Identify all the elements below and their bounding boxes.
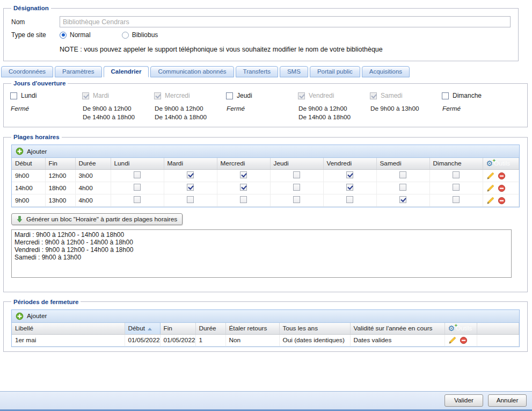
col-libelle[interactable]: Libellé <box>12 323 125 334</box>
cell-fin: 12h00 <box>45 169 75 182</box>
col-mardi[interactable]: Mardi <box>164 158 217 169</box>
delete-icon[interactable] <box>460 336 468 344</box>
day-lundi-checkbox[interactable] <box>10 92 17 99</box>
support-note: NOTE : vous pouvez appeler le support té… <box>60 46 514 53</box>
plages-checkbox-mardi <box>187 196 194 203</box>
plages-checkbox-vendredi <box>346 171 353 178</box>
col-debut-sorted[interactable]: Début <box>125 323 160 334</box>
col-fin[interactable]: Fin <box>45 158 75 169</box>
plages-checkbox-mardi <box>187 171 194 178</box>
tab-bar: Coordonnées Paramètres Calendrier Commun… <box>1 66 532 77</box>
plages-checkbox-lundi <box>134 184 141 191</box>
plages-checkbox-mercredi <box>240 196 247 203</box>
col-outils[interactable]: ⚙+Outils <box>483 158 519 169</box>
tab-parametres[interactable]: Paramètres <box>55 66 101 77</box>
col-lundi[interactable]: Lundi <box>111 158 164 169</box>
tab-transferts[interactable]: Transferts <box>236 66 278 77</box>
col-samedi[interactable]: Samedi <box>376 158 429 169</box>
plages-add-button[interactable]: Ajouter <box>16 147 47 155</box>
tab-communication-abonnes[interactable]: Communication abonnés <box>150 66 234 77</box>
radio-bibliobus[interactable]: Bibliobus <box>122 31 158 39</box>
edit-pencil-icon[interactable] <box>486 197 494 205</box>
radio-normal-icon[interactable] <box>60 32 67 39</box>
tools-gear-icon: ⚙+ <box>486 160 493 168</box>
day-samedi-hours: De 9h00 à 13h00 <box>370 104 442 121</box>
col-debut[interactable]: Début <box>12 158 45 169</box>
col-dimanche[interactable]: Dimanche <box>429 158 483 169</box>
day-dimanche-checkbox[interactable] <box>442 92 449 99</box>
designation-legend: Désignation <box>11 5 51 11</box>
nom-label: Nom <box>11 18 60 26</box>
plages-checkbox-vendredi <box>346 184 353 191</box>
plages-grid: Ajouter Début Fin Durée Lundi Mardi Merc… <box>11 145 520 207</box>
day-vendredi-checkbox <box>298 92 305 99</box>
col-outils[interactable]: ⚙+Outils <box>444 323 477 334</box>
radio-bibliobus-icon[interactable] <box>122 32 129 39</box>
plages-row-2: 14h00 18h00 4h00 <box>12 182 519 194</box>
horaire-block-textarea[interactable]: Mardi : 9h00 à 12h00 - 14h00 à 18h00 Mer… <box>11 229 512 278</box>
plages-add-label: Ajouter <box>27 148 47 155</box>
periodes-toolbar: Ajouter <box>12 310 519 323</box>
edit-pencil-icon[interactable] <box>448 336 456 344</box>
plages-horaires-fieldset: Plages horaires Ajouter Début Fin Durée … <box>3 134 528 292</box>
day-lundi-label: Lundi <box>21 92 37 99</box>
edit-pencil-icon[interactable] <box>486 172 494 180</box>
col-duree[interactable]: Durée <box>75 158 111 169</box>
add-icon <box>16 147 24 155</box>
delete-icon[interactable] <box>498 197 506 205</box>
edit-pencil-icon[interactable] <box>486 184 494 192</box>
col-fin[interactable]: Fin <box>160 323 195 334</box>
tab-portail-public[interactable]: Portail public <box>310 66 360 77</box>
periodes-header-row: Libellé Début Fin Durée Étaler retours T… <box>12 323 519 334</box>
col-mercredi[interactable]: Mercredi <box>217 158 270 169</box>
plages-checkbox-jeudi <box>293 184 300 191</box>
col-vendredi[interactable]: Vendredi <box>323 158 376 169</box>
periodes-add-button[interactable]: Ajouter <box>16 312 47 320</box>
periodes-grid: Ajouter Libellé Début Fin Durée Étaler r… <box>11 309 520 347</box>
plages-checkbox-samedi <box>399 184 406 191</box>
day-lundi: Lundi Fermé <box>10 92 82 121</box>
col-validite[interactable]: Validité sur l'année en cours <box>350 323 444 334</box>
nom-input <box>60 16 511 27</box>
day-dimanche-label: Dimanche <box>453 92 482 99</box>
days-row: Lundi Fermé Mardi De 9h00 à 12h00De 14h0… <box>10 92 523 121</box>
plages-header-row: Début Fin Durée Lundi Mardi Mercredi Jeu… <box>12 158 519 169</box>
tools-gear-icon: ⚙+ <box>448 325 455 333</box>
day-mercredi-hours: De 9h00 à 12h00De 14h00 à 18h00 <box>155 104 226 121</box>
day-lundi-hours: Fermé <box>11 104 82 121</box>
cell-tous-les-ans: Oui (dates identiques) <box>279 334 350 346</box>
col-tous-les-ans[interactable]: Tous les ans <box>279 323 350 334</box>
cell-debut: 9h00 <box>12 169 45 182</box>
col-jeudi[interactable]: Jeudi <box>270 158 323 169</box>
jours-ouverture-legend: Jours d'ouverture <box>11 80 68 86</box>
cell-validite: Dates valides <box>350 334 444 346</box>
green-down-arrow-icon <box>17 215 23 223</box>
day-jeudi: Jeudi Fermé <box>226 92 298 121</box>
tab-coordonnees[interactable]: Coordonnées <box>1 66 53 77</box>
day-jeudi-label: Jeudi <box>237 92 252 99</box>
day-mardi: Mardi De 9h00 à 12h00De 14h00 à 18h00 <box>82 92 154 121</box>
tab-calendrier[interactable]: Calendrier <box>104 66 149 77</box>
plages-checkbox-lundi <box>134 196 141 203</box>
cell-debut: 01/05/2022 <box>125 334 160 346</box>
plages-row-1: 9h00 12h00 3h00 <box>12 169 519 182</box>
cell-duree: 4h00 <box>75 182 111 194</box>
plages-checkbox-jeudi <box>293 196 300 203</box>
cell-etaler-retours: Non <box>225 334 279 346</box>
generate-horaire-button[interactable]: Générer un bloc "Horaire" à partir des p… <box>11 213 183 225</box>
day-mercredi-checkbox <box>154 92 161 99</box>
day-jeudi-checkbox[interactable] <box>226 92 233 99</box>
day-samedi: Samedi De 9h00 à 13h00 <box>370 92 442 121</box>
cell-filler <box>477 334 519 346</box>
periodes-row-1: 1er mai 01/05/2022 01/05/2022 1 Non Oui … <box>12 334 519 346</box>
delete-icon[interactable] <box>498 172 506 180</box>
tab-acquisitions[interactable]: Acquisitions <box>362 66 410 77</box>
col-duree[interactable]: Durée <box>195 323 225 334</box>
radio-normal[interactable]: Normal <box>60 31 91 39</box>
valider-button[interactable]: Valider <box>444 394 483 407</box>
annuler-button[interactable]: Annuler <box>488 394 527 407</box>
delete-icon[interactable] <box>498 184 506 192</box>
tab-sms[interactable]: SMS <box>280 66 308 77</box>
col-etaler-retours[interactable]: Étaler retours <box>225 323 279 334</box>
day-mardi-checkbox <box>82 92 89 99</box>
